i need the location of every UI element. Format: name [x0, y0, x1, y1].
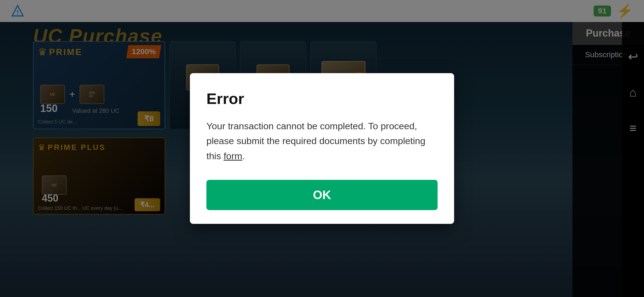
error-form-link[interactable]: form	[223, 151, 242, 161]
error-body: Your transaction cannot be completed. To…	[206, 119, 438, 163]
error-title: Error	[206, 90, 438, 108]
error-body-end: .	[242, 151, 245, 161]
error-ok-button[interactable]: OK	[206, 180, 438, 210]
error-dialog: Error Your transaction cannot be complet…	[190, 73, 454, 224]
modal-overlay: Error Your transaction cannot be complet…	[0, 0, 644, 297]
